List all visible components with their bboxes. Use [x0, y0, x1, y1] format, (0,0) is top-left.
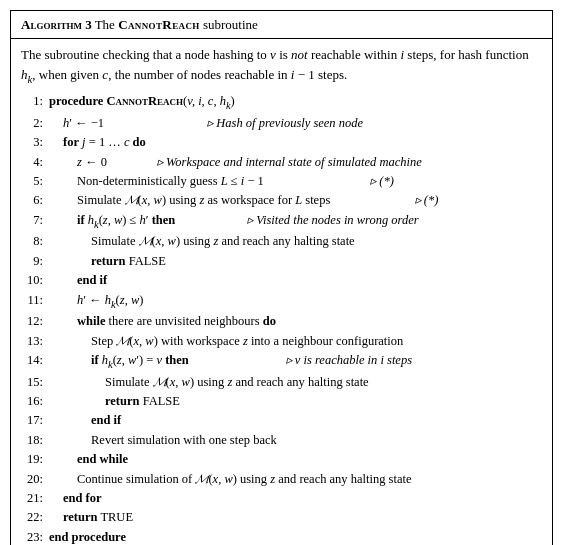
code-line: 7: if hk(z, w) ≤ h′ then ▹ Visited the n… — [21, 211, 542, 233]
code-line: 4: z ← 0 ▹ Workspace and internal state … — [21, 153, 542, 172]
algorithm-container: Algorithm 3 The CannotReach subroutine T… — [10, 10, 553, 545]
code-line: 22: return TRUE — [21, 508, 542, 527]
code-line: 2: h′ ← −1 ▹ Hash of previously seen nod… — [21, 114, 542, 133]
algorithm-description: The subroutine checking that a node hash… — [21, 45, 542, 86]
code-line: 10: end if — [21, 271, 542, 290]
code-line: 15: Simulate 𝓜(x, w) using z and reach a… — [21, 373, 542, 392]
code-line: 20: Continue simulation of 𝓜(x, w) using… — [21, 470, 542, 489]
code-line: 16: return FALSE — [21, 392, 542, 411]
code-line: 9: return FALSE — [21, 252, 542, 271]
code-line: 19: end while — [21, 450, 542, 469]
code-line: 11: h′ ← hk(z, w) — [21, 291, 542, 313]
code-line: 8: Simulate 𝓜(x, w) using z and reach an… — [21, 232, 542, 251]
algorithm-label: Algorithm 3 — [21, 17, 92, 32]
algorithm-body: The subroutine checking that a node hash… — [11, 39, 552, 545]
code-line: 23: end procedure — [21, 528, 542, 545]
algorithm-header: Algorithm 3 The CannotReach subroutine — [11, 11, 552, 39]
code-line: 17: end if — [21, 411, 542, 430]
code-block: 1: procedure CannotReach(v, i, c, hk) 2:… — [21, 92, 542, 545]
code-line: 6: Simulate 𝓜(x, w) using z as workspace… — [21, 191, 542, 210]
code-line: 14: if hk(z, w′) = v then ▹ v is reachab… — [21, 351, 542, 373]
algorithm-title: CannotReach — [118, 17, 200, 32]
code-line: 13: Step 𝓜(x, w) with workspace z into a… — [21, 332, 542, 351]
code-line: 18: Revert simulation with one step back — [21, 431, 542, 450]
code-line: 21: end for — [21, 489, 542, 508]
code-line: 5: Non-deterministically guess L ≤ i − 1… — [21, 172, 542, 191]
code-line: 3: for j = 1 … c do — [21, 133, 542, 152]
code-line: 12: while there are unvisited neighbours… — [21, 312, 542, 331]
code-line: 1: procedure CannotReach(v, i, c, hk) — [21, 92, 542, 114]
